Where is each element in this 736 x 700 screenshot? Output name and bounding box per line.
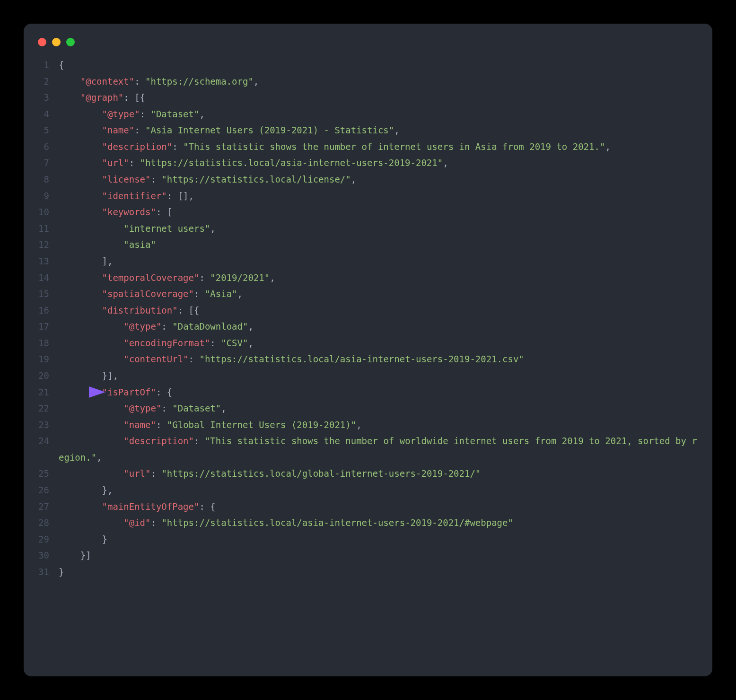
line-number: 15 (38, 286, 59, 302)
line-number: 18 (38, 335, 59, 351)
line-number: 4 (38, 106, 59, 122)
line-number: 23 (38, 417, 59, 433)
code-line: 27 "mainEntityOfPage": { (38, 499, 698, 515)
line-content: "@graph": [{ (59, 89, 698, 106)
line-content: ], (59, 253, 698, 270)
line-content: }] (59, 547, 698, 564)
line-content: "@id": "https://statistics.local/asia-in… (59, 515, 698, 531)
window-titlebar (38, 38, 698, 46)
line-number: 6 (38, 139, 59, 155)
code-line: 1{ (38, 57, 698, 73)
code-line: 2 "@context": "https://schema.org", (38, 73, 698, 90)
line-number: 25 (38, 465, 59, 482)
code-line: 28 "@id": "https://statistics.local/asia… (38, 515, 698, 531)
code-line: 7 "url": "https://statistics.local/asia-… (38, 155, 698, 171)
line-content: "description": "This statistic shows the… (59, 433, 698, 465)
line-number: 21 (38, 384, 59, 401)
line-number: 2 (38, 73, 59, 90)
code-line: 26 }, (38, 482, 698, 499)
line-content: "internet users", (59, 220, 698, 237)
line-number: 20 (38, 368, 59, 384)
code-line: 19 "contentUrl": "https://statistics.loc… (38, 351, 698, 368)
code-line: 12 "asia" (38, 236, 698, 253)
line-number: 26 (38, 482, 59, 499)
line-content: "name": "Asia Internet Users (2019-2021)… (59, 122, 698, 139)
line-number: 28 (38, 515, 59, 531)
line-number: 8 (38, 171, 59, 188)
code-line: 21 "isPartOf": { (38, 384, 698, 401)
line-content: "@context": "https://schema.org", (59, 73, 698, 90)
line-content: "@type": "DataDownload", (59, 318, 698, 335)
line-content: }], (59, 368, 698, 384)
line-content: "spatialCoverage": "Asia", (59, 286, 698, 302)
code-line: 8 "license": "https://statistics.local/l… (38, 171, 698, 188)
line-number: 24 (38, 433, 59, 465)
line-content: "isPartOf": { (59, 384, 698, 401)
code-line: 18 "encodingFormat": "CSV", (38, 335, 698, 351)
line-number: 9 (38, 188, 59, 204)
line-content: { (59, 57, 698, 73)
line-number: 12 (38, 236, 59, 253)
line-number: 13 (38, 253, 59, 270)
line-number: 30 (38, 547, 59, 564)
line-number: 14 (38, 270, 59, 286)
code-line: 17 "@type": "DataDownload", (38, 318, 698, 335)
line-content: "url": "https://statistics.local/global-… (59, 465, 698, 482)
line-number: 31 (38, 564, 59, 580)
code-line: 20 }], (38, 368, 698, 384)
code-line: 15 "spatialCoverage": "Asia", (38, 286, 698, 302)
line-content: "name": "Global Internet Users (2019-202… (59, 417, 698, 433)
line-content: "description": "This statistic shows the… (59, 139, 698, 155)
line-content: }, (59, 482, 698, 499)
close-icon[interactable] (38, 38, 46, 46)
code-line: 31} (38, 564, 698, 580)
line-number: 29 (38, 531, 59, 548)
code-line: 23 "name": "Global Internet Users (2019-… (38, 417, 698, 433)
line-number: 16 (38, 302, 59, 319)
line-number: 22 (38, 400, 59, 417)
line-content: "mainEntityOfPage": { (59, 499, 698, 515)
line-content: "url": "https://statistics.local/asia-in… (59, 155, 698, 171)
line-number: 17 (38, 318, 59, 335)
line-content: "@type": "Dataset", (59, 400, 698, 417)
code-line: 16 "distribution": [{ (38, 302, 698, 319)
line-content: "temporalCoverage": "2019/2021", (59, 270, 698, 286)
code-line: 5 "name": "Asia Internet Users (2019-202… (38, 122, 698, 139)
line-content: "encodingFormat": "CSV", (59, 335, 698, 351)
code-line: 24 "description": "This statistic shows … (38, 433, 698, 465)
code-line: 30 }] (38, 547, 698, 564)
line-number: 10 (38, 204, 59, 220)
line-number: 5 (38, 122, 59, 139)
line-content: "@type": "Dataset", (59, 106, 698, 122)
line-content: "license": "https://statistics.local/lic… (59, 171, 698, 188)
zoom-icon[interactable] (66, 38, 75, 46)
code-line: 4 "@type": "Dataset", (38, 106, 698, 122)
code-line: 29 } (38, 531, 698, 548)
code-block: 1{2 "@context": "https://schema.org",3 "… (38, 57, 698, 580)
terminal-window: 1{2 "@context": "https://schema.org",3 "… (24, 24, 712, 676)
line-number: 3 (38, 89, 59, 106)
code-line: 14 "temporalCoverage": "2019/2021", (38, 270, 698, 286)
line-content: } (59, 531, 698, 548)
line-content: "contentUrl": "https://statistics.local/… (59, 351, 698, 368)
line-content: "keywords": [ (59, 204, 698, 220)
line-number: 19 (38, 351, 59, 368)
code-line: 6 "description": "This statistic shows t… (38, 139, 698, 155)
code-line: 13 ], (38, 253, 698, 270)
line-number: 1 (38, 57, 59, 73)
code-line: 3 "@graph": [{ (38, 89, 698, 106)
line-content: "distribution": [{ (59, 302, 698, 319)
code-line: 11 "internet users", (38, 220, 698, 237)
code-line: 9 "identifier": [], (38, 188, 698, 204)
line-number: 11 (38, 220, 59, 237)
line-content: "asia" (59, 236, 698, 253)
line-number: 7 (38, 155, 59, 171)
code-line: 22 "@type": "Dataset", (38, 400, 698, 417)
minimize-icon[interactable] (52, 38, 61, 46)
line-number: 27 (38, 499, 59, 515)
code-line: 25 "url": "https://statistics.local/glob… (38, 465, 698, 482)
line-content: "identifier": [], (59, 188, 698, 204)
code-line: 10 "keywords": [ (38, 204, 698, 220)
line-content: } (59, 564, 698, 580)
